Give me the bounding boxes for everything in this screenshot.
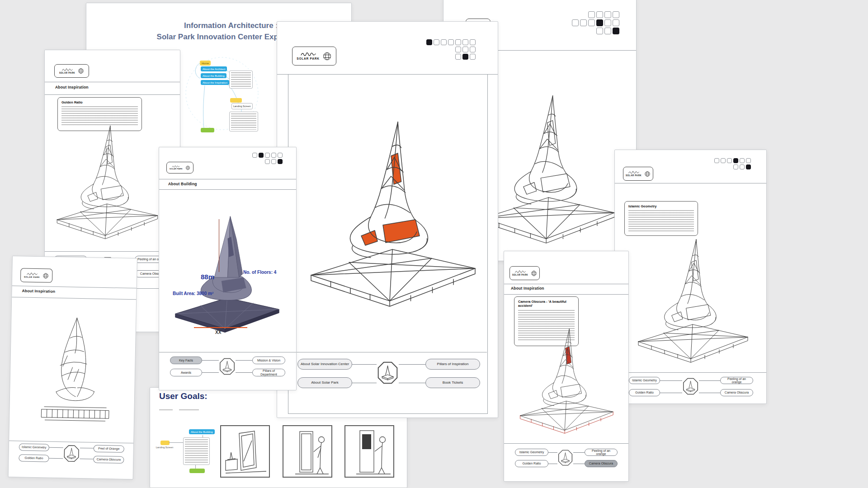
pill-camera-obscura-active[interactable]: Camera Obscura: [585, 460, 618, 467]
nav-connector: [660, 393, 682, 393]
fact-width: XX: [215, 330, 221, 335]
logo-globe-icon: [644, 171, 651, 177]
pill-key-facts-active[interactable]: Key Facts: [170, 357, 202, 364]
pill-awards[interactable]: Awards: [170, 369, 202, 376]
text-lines: [159, 409, 173, 411]
nav-connector: [399, 383, 425, 383]
nav-hub-tower-icon[interactable]: [377, 357, 399, 388]
nav-connector: [80, 459, 93, 460]
mindmap-node-landing-screen[interactable]: Landing Screen: [231, 103, 253, 109]
nav-connector: [573, 452, 585, 453]
nav-rule: [9, 441, 133, 443]
nav-connector: [49, 458, 63, 459]
logo-wordmark: SOLAR PARK: [59, 72, 75, 74]
logo-globe-icon: [78, 68, 84, 74]
nav-connector: [548, 452, 557, 453]
pill-peel-of-orange[interactable]: Peel of Orange: [94, 445, 124, 453]
pill-camera-obscura[interactable]: Camera Obscura: [720, 389, 753, 396]
nav-rule: [615, 372, 766, 373]
pill-camera-obscura[interactable]: Camera Obscura: [93, 456, 124, 464]
header-rule: [45, 82, 180, 82]
logo-wordmark: SOLAR PARK: [24, 276, 40, 279]
text-lines: [628, 210, 694, 232]
pixel-grid-decoration: [252, 153, 283, 164]
flow-node-landing[interactable]: [160, 441, 170, 445]
mindmap-node-about-architect[interactable]: About the Architect: [201, 66, 227, 71]
pill-pillars-of-department[interactable]: Pillars of Department: [252, 369, 285, 376]
solar-park-logo: SOLAR PARK: [509, 266, 540, 280]
logo-globe-icon: [322, 52, 332, 61]
fact-height: 88m: [201, 273, 214, 281]
pill-pillars-of-inspiration[interactable]: Pillars of Inspiration: [425, 359, 480, 370]
flow-node-about-building[interactable]: About the Building: [189, 429, 215, 434]
design-canvas: Information Architecture : Solar Park In…: [0, 0, 868, 488]
mindmap-node-about-building[interactable]: About the Building: [201, 73, 226, 78]
pill-golden-ratio[interactable]: Golden Ratio: [19, 454, 49, 462]
mindmap-node-tag[interactable]: [230, 98, 242, 103]
section-heading: About Inspiration: [55, 85, 89, 89]
mindmap-node-about-inspiration[interactable]: About the Inspiration: [201, 80, 229, 85]
artboard-about-building: SOLAR PARK About Building: [159, 147, 297, 390]
nav-connector: [202, 360, 219, 361]
mindmap-node-green[interactable]: [201, 128, 214, 132]
nav-connector: [236, 372, 252, 373]
nav-hub-tower-icon[interactable]: [219, 356, 236, 377]
mindmap-detail-box: [229, 70, 253, 89]
pill-about-solar-innovation-center[interactable]: About Solar Innovation Center: [297, 359, 352, 370]
pill-golden-ratio[interactable]: Golden Ratio: [629, 389, 660, 396]
pill-peeling-orange[interactable]: Peeling of an orange: [585, 449, 618, 456]
storyboard-frame-1: [220, 425, 270, 478]
storyboard-frame-3: [344, 425, 394, 478]
logo-arabic-mark: [299, 52, 317, 56]
nav-connector: [236, 360, 252, 361]
tower-line-drawing-red: [509, 326, 623, 441]
section-heading: About Inspiration: [511, 286, 544, 291]
pill-peeling-orange[interactable]: Peeling of an orange: [720, 377, 753, 384]
text-lines: [231, 72, 251, 87]
nav-connector: [573, 464, 585, 464]
pill-islamic-geometry[interactable]: Islamic Geometry: [629, 377, 660, 384]
nav-rule: [504, 443, 628, 444]
mindmap-node-home[interactable]: Home: [200, 61, 211, 66]
solar-park-logo: SOLAR PARK: [54, 64, 89, 78]
islamic-geometry-callout: Islamic Geometry: [624, 201, 698, 236]
text-lines: [231, 113, 256, 130]
section-heading: About Building: [168, 182, 197, 186]
pill-book-tickets[interactable]: Book Tickets: [425, 377, 480, 388]
pill-golden-ratio[interactable]: Golden Ratio: [515, 460, 548, 467]
flow-node-green[interactable]: [189, 469, 205, 473]
tower-line-drawing-orange: [304, 117, 481, 320]
fact-area: Built Area: 3800 m²: [173, 291, 213, 296]
pill-about-solar-park[interactable]: About Solar Park: [297, 377, 352, 388]
storyboard-frame-2: [283, 425, 332, 478]
logo-arabic-mark: [171, 165, 180, 168]
logo-arabic-mark: [628, 171, 640, 174]
logo-globe-icon: [185, 165, 190, 170]
nav-hub-tower-icon[interactable]: [682, 376, 699, 397]
nav-connector: [49, 447, 63, 448]
pill-islamic-geometry[interactable]: Islamic Geometry: [515, 449, 548, 456]
pill-mission-vision[interactable]: Mission & Vision: [252, 357, 285, 364]
header-rule: [504, 294, 628, 295]
building-render: [172, 211, 283, 344]
artboard-home-hero: SOLAR PARK About Solar Innovation Center…: [277, 21, 498, 418]
nav-connector: [660, 380, 682, 381]
nav-connector: [548, 464, 557, 464]
flow-connector: [169, 442, 183, 443]
header-rule: [504, 284, 628, 284]
pill-islamic-geometry[interactable]: Islamic Geometry: [19, 443, 49, 451]
nav-hub-tower-icon[interactable]: [557, 448, 573, 468]
callout-title: Islamic Geometry: [628, 204, 694, 208]
callout-title: Golden Ratio: [61, 100, 138, 104]
nav-connector: [699, 393, 720, 393]
nav-hub-tower-icon[interactable]: [63, 443, 80, 464]
header-rule: [12, 297, 136, 300]
solar-park-logo: SOLAR PARK: [623, 167, 653, 181]
header-rule: [615, 183, 766, 183]
nav-rule: [159, 352, 296, 352]
storyboard-sketch-person-door: [283, 426, 331, 477]
solar-park-logo: SOLAR PARK: [20, 268, 53, 282]
storyboard-sketch-person-poster: [345, 426, 393, 477]
logo-arabic-mark: [26, 272, 38, 276]
logo-wordmark: SOLAR PARK: [297, 57, 320, 60]
